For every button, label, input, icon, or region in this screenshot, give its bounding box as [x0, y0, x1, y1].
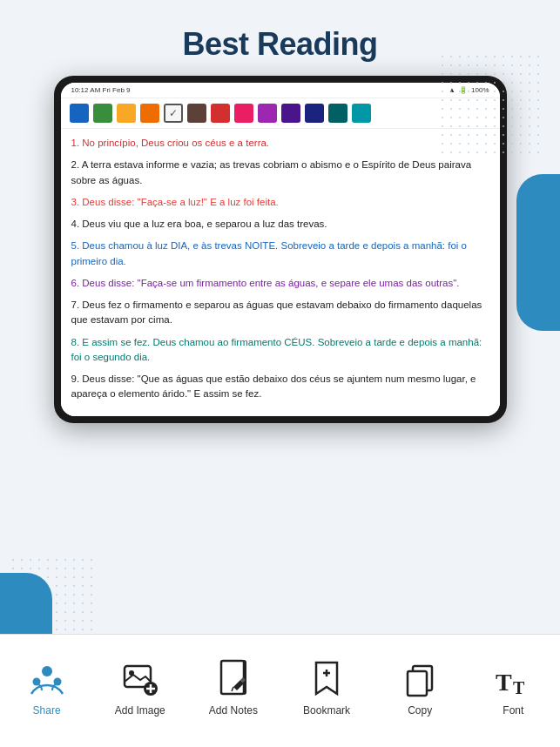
bottom-toolbar: Share Add Image — [0, 634, 560, 747]
color-swatch-0[interactable] — [70, 104, 89, 123]
color-swatch-6[interactable] — [211, 104, 230, 123]
toolbar-item-add-image[interactable]: Add Image — [110, 657, 171, 717]
toolbar-item-copy[interactable]: Copy — [389, 657, 450, 717]
verse-9: 9. Deus disse: "Que as águas que estão d… — [71, 372, 489, 402]
svg-text:T: T — [513, 678, 525, 697]
svg-point-0 — [42, 666, 52, 676]
color-swatch-11[interactable] — [328, 104, 347, 123]
add-image-label: Add Image — [115, 704, 165, 717]
color-swatches-row[interactable] — [61, 98, 500, 129]
bg-dots-top-right — [438, 52, 543, 157]
toolbar-item-share[interactable]: Share — [17, 657, 78, 717]
toolbar-item-add-notes[interactable]: Add Notes — [203, 657, 264, 717]
color-swatch-7[interactable] — [234, 104, 253, 123]
toolbar-item-bookmark[interactable]: Bookmark — [296, 657, 357, 717]
verse-3: 3. Deus disse: "Faça-se a luz!" E a luz … — [71, 195, 489, 210]
color-swatch-5[interactable] — [187, 104, 206, 123]
verse-7: 7. Deus fez o firmamento e separou as ág… — [71, 298, 489, 328]
share-icon — [26, 657, 68, 699]
verse-2: 2. A terra estava informe e vazia; as tr… — [71, 158, 489, 188]
verse-8: 8. E assim se fez. Deus chamou ao firmam… — [71, 335, 489, 366]
tablet-status-bar: 10:12 AM Fri Feb 9 ▲ 🔋 100% — [61, 83, 500, 98]
color-swatch-10[interactable] — [305, 104, 324, 123]
bookmark-icon — [306, 657, 347, 699]
toolbar-item-font[interactable]: T T Font — [482, 657, 543, 717]
verse-1: 1. No princípio, Deus criou os céus e a … — [71, 136, 489, 151]
color-swatch-8[interactable] — [258, 104, 277, 123]
bible-content: 1. No princípio, Deus criou os céus e a … — [61, 129, 500, 416]
verse-6: 6. Deus disse: "Faça-se um firmamento en… — [71, 276, 489, 291]
svg-rect-11 — [408, 671, 427, 696]
color-swatch-12[interactable] — [352, 104, 371, 123]
color-swatch-3[interactable] — [140, 104, 159, 123]
color-swatch-9[interactable] — [281, 104, 300, 123]
copy-label: Copy — [408, 704, 432, 717]
color-swatch-4[interactable] — [164, 104, 183, 123]
font-label: Font — [503, 704, 523, 717]
add-notes-label: Add Notes — [209, 704, 258, 717]
verse-4: 4. Deus viu que a luz era boa, e separou… — [71, 217, 489, 232]
tablet-screen: 10:12 AM Fri Feb 9 ▲ 🔋 100% 1. No princí… — [61, 83, 500, 416]
color-swatch-1[interactable] — [93, 104, 112, 123]
add-image-icon — [119, 657, 161, 699]
add-notes-icon — [213, 657, 254, 699]
font-icon: T T — [492, 657, 534, 699]
bookmark-label: Bookmark — [303, 704, 350, 717]
color-swatch-2[interactable] — [117, 104, 136, 123]
copy-icon — [399, 657, 441, 699]
svg-text:T: T — [496, 669, 512, 696]
share-label: Share — [33, 704, 61, 717]
bg-blue-shape-right — [516, 174, 560, 331]
verse-5: 5. Deus chamou à luz DIA, e às trevas NO… — [71, 239, 489, 269]
status-time: 10:12 AM Fri Feb 9 — [71, 86, 131, 94]
